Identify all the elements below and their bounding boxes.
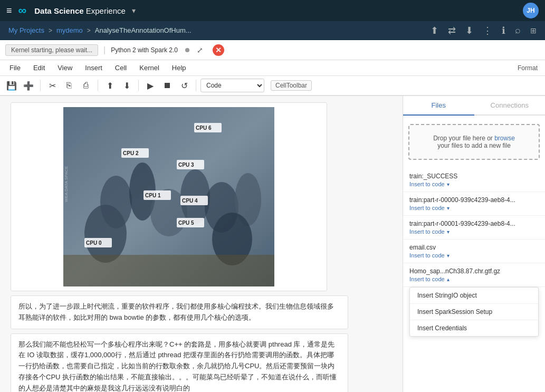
kernel-close-button[interactable]: ✕ — [213, 44, 224, 56]
menu-edit[interactable]: Edit — [28, 63, 50, 73]
file-insert-4: Insert to code ▾ — [409, 252, 539, 259]
toolbar-copy-btn[interactable]: ⎘ — [62, 78, 77, 93]
toolbar-stop-btn[interactable]: ⏹ — [160, 78, 175, 93]
toolbar-add-btn[interactable]: ➕ — [21, 78, 36, 93]
toolbar-run-btn[interactable]: ▶ — [143, 78, 158, 93]
svg-text:CPU 2: CPU 2 — [123, 150, 139, 156]
breadcrumb-bar: My Projects > mydemo > AnalyseTheAnnotat… — [0, 21, 545, 40]
file-name-homo-sap: Homo_sap...nCh38.87.chr.gtf.gz — [409, 267, 539, 275]
upload-button[interactable]: ⬆ — [431, 25, 438, 36]
toolbar: 💾 ➕ ✂ ⎘ ⎙ ⬆ ⬇ ▶ ⏹ ↺ Code Markdown Raw NB… — [0, 76, 545, 96]
app-logo: ∞ — [18, 4, 26, 17]
dropdown-arrow-icon[interactable]: ▾ — [132, 6, 136, 15]
toolbar-sep-4 — [196, 80, 196, 91]
file-item-homo-sap: Homo_sap...nCh38.87.chr.gtf.gz Insert to… — [403, 263, 545, 287]
main-layout: CPU 0 CPU 1 CPU 2 CPU 3 CPU 4 CPU 5 CPU … — [0, 96, 545, 392]
toolbar-cut-btn[interactable]: ✂ — [45, 78, 60, 93]
breadcrumb-my-projects[interactable]: My Projects — [8, 26, 44, 34]
file-dropdown: Insert StringIO object Insert SparkSessi… — [409, 287, 539, 337]
file-name-email-csv: email.csv — [409, 244, 539, 251]
insert-arrow-1[interactable]: ▾ — [447, 181, 450, 187]
hamburger-icon[interactable]: ≡ — [6, 5, 12, 16]
tab-files[interactable]: Files — [403, 96, 474, 116]
cpu-image-background: CPU 0 CPU 1 CPU 2 CPU 3 CPU 4 CPU 5 CPU … — [63, 107, 274, 286]
file-insert-5: Insert to code ▴ — [409, 276, 539, 282]
toolbar-move-down-btn[interactable]: ⬇ — [119, 78, 134, 93]
text-cell-1-content: 所以，为了进一步跟上时代潮流，重要的软件程序，我们都使用多核心编程技术。我们生物… — [18, 301, 340, 323]
more-button[interactable]: ⋮ — [483, 25, 492, 36]
dropzone-browse-link[interactable]: browse — [494, 135, 515, 142]
toolbar-sep-3 — [138, 80, 139, 91]
insert-arrow-5[interactable]: ▴ — [447, 276, 450, 282]
insert-arrow-3[interactable]: ▾ — [447, 229, 450, 235]
menu-insert[interactable]: Insert — [80, 63, 108, 73]
insert-arrow-4[interactable]: ▾ — [447, 253, 450, 259]
insert-to-code-2[interactable]: Insert to code — [409, 205, 445, 211]
insert-to-code-1[interactable]: Insert to code — [409, 181, 445, 187]
svg-text:CPU 5: CPU 5 — [178, 220, 194, 226]
dropzone-text-2: your files to add a new file — [437, 142, 511, 149]
svg-text:CPU 0: CPU 0 — [86, 240, 102, 246]
kernel-expand-icon[interactable]: ⤢ — [197, 46, 203, 54]
cpu-diagram: CPU 0 CPU 1 CPU 2 CPU 3 CPU 4 CPU 5 CPU … — [63, 107, 274, 286]
cpu-svg: CPU 0 CPU 1 CPU 2 CPU 3 CPU 4 CPU 5 CPU … — [63, 107, 274, 286]
cell-type-select[interactable]: Code Markdown Raw NBConvert Heading — [200, 79, 264, 92]
breadcrumb-actions: ⬆ ⇄ ⬇ ⋮ ℹ ⌕ ⊞ — [431, 25, 537, 36]
insert-to-code-3[interactable]: Insert to code — [409, 228, 445, 235]
kernel-bar: Kernel starting, please wait... | Python… — [0, 40, 545, 60]
file-item-train-success: train:_SUCCESS Insert to code ▾ — [403, 168, 545, 192]
svg-point-7 — [84, 205, 127, 263]
download-button[interactable]: ⬇ — [465, 25, 473, 36]
dropzone[interactable]: Drop your file here or browse your files… — [408, 124, 540, 160]
share-button[interactable]: ⇄ — [448, 25, 456, 36]
right-panel: Files Connections Drop your file here or… — [403, 96, 545, 392]
toolbar-restart-btn[interactable]: ↺ — [177, 78, 192, 93]
dropdown-item-credentials[interactable]: Insert Credentials — [410, 320, 538, 336]
breadcrumb-sep-1: > — [49, 27, 52, 34]
insert-to-code-5[interactable]: Insert to code — [409, 276, 445, 282]
toolbar-move-up-btn[interactable]: ⬆ — [102, 78, 117, 93]
menu-kernel[interactable]: Kernel — [134, 63, 165, 73]
menu-cell[interactable]: Cell — [110, 63, 132, 73]
menu-file[interactable]: File — [4, 63, 26, 73]
kernel-separator: | — [103, 45, 106, 55]
dropdown-item-sparksession[interactable]: Insert SparkSession Setup — [410, 304, 538, 320]
user-avatar[interactable]: JH — [523, 3, 539, 18]
file-item-email-csv: email.csv Insert to code ▾ — [403, 240, 545, 263]
top-nav: ≡ ∞ Data Science Experience ▾ JH — [0, 0, 545, 21]
menu-bar: File Edit View Insert Cell Kernel Help F… — [0, 60, 545, 76]
menu-help[interactable]: Help — [167, 63, 192, 73]
kernel-status-dot — [185, 48, 189, 52]
kernel-name: Python 2 with Spark 2.0 — [111, 46, 178, 54]
notebook-area[interactable]: CPU 0 CPU 1 CPU 2 CPU 3 CPU 4 CPU 5 CPU … — [0, 96, 403, 392]
svg-text:CPU 4: CPU 4 — [182, 198, 198, 204]
file-insert-1: Insert to code ▾ — [409, 181, 539, 187]
breadcrumb-current-notebook: AnalyseTheAnnotationOfHum... — [95, 26, 192, 34]
svg-text:WEA DATA SPACE: WEA DATA SPACE — [64, 166, 69, 202]
file-name-train-success: train:_SUCCESS — [409, 173, 539, 180]
toolbar-save-btn[interactable]: 💾 — [4, 78, 19, 93]
toolbar-sep-1 — [40, 80, 41, 91]
right-panel-tabs: Files Connections — [403, 96, 545, 116]
tab-connections[interactable]: Connections — [474, 96, 546, 114]
dropdown-item-stringio[interactable]: Insert StringIO object — [410, 288, 538, 304]
file-insert-2: Insert to code ▾ — [409, 205, 539, 211]
svg-text:CPU 1: CPU 1 — [145, 193, 161, 198]
kernel-status: Kernel starting, please wait... — [5, 44, 98, 56]
insert-arrow-2[interactable]: ▾ — [447, 205, 450, 211]
notebook-cell-image: CPU 0 CPU 1 CPU 2 CPU 3 CPU 4 CPU 5 CPU … — [11, 102, 327, 291]
file-item-train-part-00001: train:part-r-00001-939c4239-aeb8-4... In… — [403, 216, 545, 240]
breadcrumb-sep-2: > — [87, 27, 91, 34]
grid-button[interactable]: ⊞ — [530, 26, 537, 35]
notebook-cell-text-1: 所以，为了进一步跟上时代潮流，重要的软件程序，我们都使用多核心编程技术。我们生物… — [11, 295, 348, 329]
toolbar-paste-btn[interactable]: ⎙ — [79, 78, 93, 93]
file-item-train-part-00000: train:part-r-00000-939c4239-aeb8-4... In… — [403, 192, 545, 216]
insert-to-code-4[interactable]: Insert to code — [409, 252, 445, 259]
breadcrumb-mydemo[interactable]: mydemo — [56, 26, 83, 34]
text-cell-2-content: 那么我们能不能也轻松写一个多核心程序出来呢？C++ 的套路是，用多核心就要调 p… — [18, 339, 340, 392]
search-person-button[interactable]: ⌕ — [515, 25, 521, 36]
menu-view[interactable]: View — [52, 63, 78, 73]
file-insert-3: Insert to code ▾ — [409, 228, 539, 235]
info-button[interactable]: ℹ — [502, 25, 505, 36]
cell-toolbar-btn[interactable]: CellToolbar — [271, 80, 312, 91]
